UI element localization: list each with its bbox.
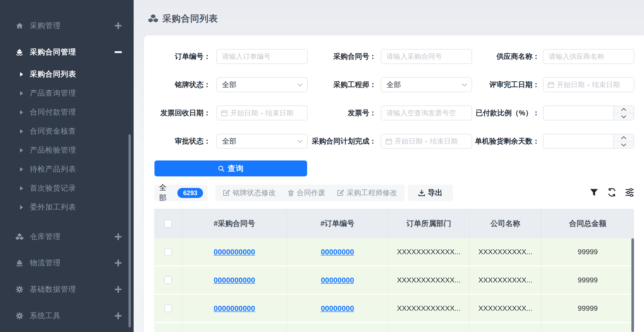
select-all-checkbox[interactable]: [164, 220, 172, 227]
caret-right-icon: [20, 148, 23, 153]
sidebar-subitem-label: 合同付款管理: [30, 107, 76, 117]
sidebar-item-warehouse-mgmt[interactable]: 仓库管理: [0, 229, 134, 245]
filter-icon[interactable]: [590, 189, 598, 196]
contract-no-link[interactable]: 0000000000: [214, 248, 255, 256]
sidebar-subitem-first-inspection[interactable]: 首次验货记录: [0, 180, 134, 196]
search-button[interactable]: 查询: [154, 160, 307, 176]
engineer-modify-button[interactable]: 采购工程师修改: [337, 188, 397, 198]
search-button-label: 查询: [228, 163, 244, 174]
select-value: 全部: [217, 80, 236, 90]
sidebar-item-purchase-contract-mgmt[interactable]: 采购合同管理: [0, 44, 134, 60]
column-header: 合同总金额: [541, 209, 634, 238]
all-tab-label: 全部: [159, 183, 174, 203]
sidebar-subitem-label: 产品查询管理: [30, 88, 76, 98]
sidebar-item-purchase-mgmt[interactable]: 采购管理: [0, 18, 134, 34]
supplier-name-label: 供应商名称：: [437, 49, 540, 64]
stepper-down-button[interactable]: [614, 141, 634, 148]
calendar-icon: [221, 110, 228, 116]
sidebar-subitem-label: 首次验货记录: [30, 183, 76, 193]
plus-icon[interactable]: [113, 22, 124, 29]
approval-status-label: 审批状态：: [144, 134, 211, 149]
order-no-link[interactable]: 00000000: [321, 304, 354, 313]
plus-icon[interactable]: [113, 312, 124, 319]
sidebar-scrollbar[interactable]: [128, 134, 131, 327]
all-tab[interactable]: 全部 6293: [154, 185, 208, 201]
order-no-label: 订单编号：: [144, 49, 211, 64]
plus-icon[interactable]: [113, 233, 124, 240]
column-settings-icon[interactable]: [625, 188, 634, 197]
contracts-table: #采购合同号 #订单编号 订单所属部门 公司名称 合同总金额 000000000…: [154, 209, 634, 332]
placeholder-text: 请输入采购合同号: [381, 52, 442, 61]
order-no-link[interactable]: 00000000: [321, 248, 354, 256]
sidebar-subitem-product-inspection[interactable]: 产品检验管理: [0, 142, 134, 158]
sidebar-subitem-outsourcing-list[interactable]: 委外加工列表: [0, 199, 134, 215]
company-cell: XXXXXXXXXX...: [470, 295, 541, 322]
number-stepper: [613, 106, 634, 120]
sidebar-item-logistics-mgmt[interactable]: 物流管理: [0, 255, 134, 271]
sidebar-item-system-tools[interactable]: 系统工具: [0, 308, 134, 324]
row-checkbox[interactable]: [164, 305, 172, 312]
date-separator: -: [425, 137, 427, 145]
ship-icon: [13, 49, 26, 56]
sidebar-item-label: 仓库管理: [30, 232, 61, 242]
bulk-actions-bar: 铭牌状态修改 合同作废 采购工程师修改: [215, 185, 405, 201]
stepper-down-button[interactable]: [614, 113, 634, 120]
department-cell: XXXXXXXXXXXX...: [388, 295, 470, 322]
search-icon: [218, 165, 225, 172]
contract-void-button[interactable]: 合同作废: [288, 188, 326, 198]
stepper-up-button[interactable]: [614, 106, 634, 113]
sidebar-subitem-contract-list[interactable]: 采购合同列表: [0, 66, 134, 82]
order-no-link[interactable]: 00000000: [321, 276, 354, 284]
edit-icon: [223, 189, 230, 196]
plan-complete-date-label: 采购合同计划完成：: [274, 134, 376, 149]
action-label: 合同作废: [297, 188, 326, 198]
sidebar-subitem-label: 合同资金核查: [30, 126, 76, 136]
gear-icon: [13, 286, 26, 293]
sidebar-subitem-fund-check[interactable]: 合同资金核查: [0, 123, 134, 139]
caret-right-icon: [20, 72, 23, 77]
paid-ratio-input[interactable]: [543, 106, 634, 120]
header-checkbox-cell: [154, 209, 182, 238]
page-title-text: 采购合同列表: [162, 13, 218, 25]
review-finish-date-range[interactable]: 开始日期 - 结束日期: [543, 77, 634, 92]
date-start-placeholder: 开始日期: [230, 108, 258, 118]
table-row-partial: [154, 323, 634, 332]
caret-right-icon: [20, 91, 23, 96]
trash-icon: [288, 189, 294, 196]
column-header: #订单编号: [287, 209, 388, 238]
supplier-name-input[interactable]: 请输入供应商名称: [543, 49, 634, 64]
sidebar-subitem-pending-products[interactable]: 待检产品列表: [0, 161, 134, 177]
contract-no-link[interactable]: 0000000000: [214, 304, 255, 313]
review-finish-date-label: 评审完工日期：: [437, 77, 540, 92]
sidebar-subitem-label: 产品检验管理: [30, 145, 76, 155]
purchase-contract-page: { "colors": { "accent": "#1677ff", "side…: [0, 0, 644, 332]
row-checkbox[interactable]: [164, 276, 172, 284]
table-row: 0000000000 00000000 XXXXXXXXXXXX... XXXX…: [154, 267, 634, 294]
sidebar-item-basic-data-mgmt[interactable]: 基础数据管理: [0, 281, 134, 297]
stepper-up-button[interactable]: [614, 134, 634, 141]
page-title: 采购合同列表: [148, 11, 218, 26]
plus-icon[interactable]: [113, 260, 124, 266]
row-checkbox[interactable]: [164, 248, 172, 256]
edit-icon: [337, 189, 344, 196]
company-cell: XXXXXXXXXX...: [470, 238, 541, 265]
remaining-days-input[interactable]: [543, 134, 634, 149]
contract-no-link[interactable]: 0000000000: [214, 276, 255, 284]
company-cell: XXXXXXXXXX...: [470, 267, 541, 294]
sidebar-subitem-product-inquiry[interactable]: 产品查询管理: [0, 85, 134, 101]
table-scrollbar[interactable]: [631, 238, 634, 332]
plus-icon[interactable]: [113, 286, 124, 293]
select-value: 全部: [217, 136, 236, 146]
sidebar-subitem-contract-payment[interactable]: 合同付款管理: [0, 104, 134, 120]
minus-icon[interactable]: [113, 51, 124, 53]
nameplate-modify-button[interactable]: 铭牌状态修改: [223, 188, 276, 198]
gear-icon: [13, 312, 26, 319]
placeholder-text: 请输入订单编号: [217, 52, 271, 61]
export-button[interactable]: 导出: [408, 185, 453, 201]
count-badge: 6293: [177, 188, 203, 198]
nameplate-status-label: 铭牌状态：: [144, 77, 211, 92]
caret-right-icon: [20, 110, 23, 115]
sidebar-subitem-label: 委外加工列表: [30, 202, 76, 212]
refresh-icon[interactable]: [608, 188, 616, 197]
date-separator: -: [261, 109, 263, 117]
